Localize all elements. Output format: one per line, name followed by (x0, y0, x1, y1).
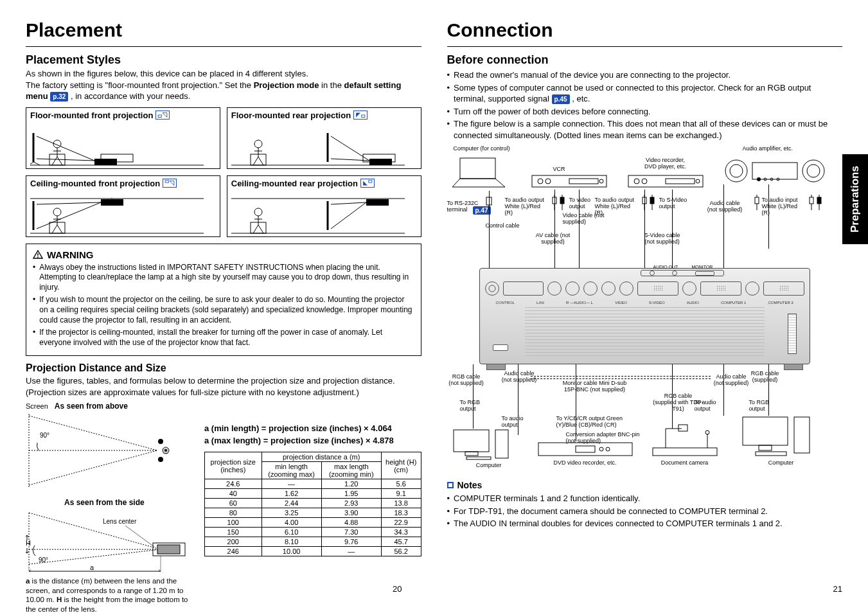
table-cell: 13.8 (381, 499, 421, 508)
warning-item: If the projector is ceiling-mounted, ins… (39, 328, 414, 348)
port-round (682, 281, 696, 296)
label-audio-cable-1: Audio cable (not supplied) (704, 200, 746, 213)
svg-point-89 (606, 447, 610, 451)
svg-point-40 (538, 179, 543, 184)
table-cell: 24.6 (205, 479, 262, 489)
label-rgb-cable-ns: RGB cable (not supplied) (447, 374, 486, 387)
svg-rect-0 (159, 115, 162, 117)
placement-style-grid: Floor-mounted front projection (26, 107, 421, 237)
label: Ceiling-mounted rear projection (231, 179, 358, 188)
t: in the (321, 80, 344, 90)
table-cell: 7.30 (321, 528, 381, 537)
svg-text:a: a (90, 564, 94, 571)
side-tab-label: Preparations (849, 166, 862, 233)
diagram-caption: a is the distance (m) between the lens a… (26, 576, 193, 613)
svg-rect-38 (460, 158, 495, 179)
table-cell: — (321, 547, 381, 556)
table-cell: 246 (205, 547, 262, 556)
label: Floor-mounted rear projection (231, 111, 351, 120)
label-svideo-out: To S-Video output (659, 197, 695, 210)
svg-rect-23 (366, 199, 389, 206)
port-round (583, 281, 598, 296)
svg-rect-96 (756, 452, 786, 456)
label-bottom-doc: Document camera (646, 459, 723, 466)
projection-distance-head: Projection Distance and Size (26, 362, 421, 374)
scene-illustration (30, 198, 204, 234)
table-cell: — (261, 479, 321, 489)
projector-rear-panel: AUDIO OUT MONITOR (479, 268, 811, 364)
svg-rect-94 (759, 445, 772, 450)
page-number-21: 21 (447, 584, 843, 594)
table-cell: 9.76 (321, 537, 381, 547)
table-cell: 1.62 (261, 489, 321, 499)
svg-rect-63 (560, 197, 564, 204)
li: Turn off the power of both devices befor… (454, 106, 650, 118)
label-monitor-port: MONITOR (692, 265, 713, 270)
note-item: COMPUTER terminals 1 and 2 function iden… (454, 493, 640, 504)
amp-icon (723, 155, 826, 190)
page-number-20: 20 (393, 584, 402, 594)
th-height: height (H) (cm) (381, 452, 421, 479)
rca-plug-icon (558, 195, 567, 210)
svg-text:Lens center: Lens center (103, 518, 137, 525)
port-round (619, 281, 633, 296)
label-ycbcr: To Y/CB/CR output Green (Y)/Blue (CB)/Re… (556, 416, 633, 429)
svg-rect-72 (755, 197, 759, 204)
svg-point-25 (37, 256, 39, 258)
svg-text:H: H (26, 539, 31, 547)
screen-label: Screen (26, 402, 48, 410)
svg-rect-12 (165, 181, 168, 182)
svg-rect-6 (362, 115, 365, 117)
dvd-recorder-icon (537, 441, 633, 458)
svg-text:90°: 90° (39, 556, 48, 564)
scene-illustration (231, 130, 405, 166)
label-audio-cable-2: Audio cable (not supplied) (499, 371, 540, 384)
label-rgb-cable-s: RGB cable (supplied) (746, 371, 784, 384)
projection-mode-term: Projection mode (254, 80, 319, 90)
svg-rect-90 (653, 448, 717, 456)
table-cell: 40 (205, 489, 262, 499)
mode-icon (155, 111, 170, 120)
label-control-cable: Control cable (486, 223, 524, 229)
th-max: max length (zooming min) (321, 462, 381, 479)
svg-point-88 (599, 447, 603, 451)
connection-figure: Computer (for control) VCR Video recorde… (447, 146, 843, 474)
placement-title: Placement (26, 19, 421, 41)
table-cell: 5.6 (381, 479, 421, 489)
svg-rect-91 (678, 425, 687, 431)
t: The factory setting is "floor-mounted fr… (26, 80, 254, 90)
rca-plug-icon (752, 195, 761, 210)
th-size: projection size (inches) (205, 452, 262, 479)
label-video-cable: Video cable (not supplied) (563, 213, 627, 226)
port-round (601, 281, 616, 296)
svg-point-41 (545, 179, 551, 184)
warning-item: If you wish to mount the projector on th… (39, 295, 414, 325)
note-item: The AUDIO IN terminal doubles for device… (454, 518, 783, 529)
scene-illustration (30, 130, 204, 166)
li: The figure below is a sample connection.… (454, 118, 842, 141)
li: Some types of computer cannot be used or… (454, 82, 842, 105)
page-right: Connection Before connection Read the ow… (447, 19, 843, 594)
placement-styles-head: Placement Styles (26, 53, 421, 67)
svg-rect-47 (666, 179, 695, 184)
label-bottom-computer: Computer (447, 462, 531, 468)
distance-data-col: a (min length) = projection size (inches… (204, 402, 421, 556)
svg-rect-84 (495, 430, 508, 458)
above-label: As seen from above (55, 402, 128, 411)
vcr-icon (531, 174, 608, 190)
label-computer-control: Computer (for control) (454, 146, 510, 152)
table-cell: 9.1 (381, 489, 421, 499)
label-svideo-cable: S-Video cable (not supplied) (640, 233, 685, 245)
svg-point-30 (158, 457, 163, 462)
style-floor-rear: Floor-mounted rear projection (227, 107, 421, 169)
svg-rect-69 (650, 197, 654, 204)
desktop-icon (447, 429, 531, 461)
side-tab-preparations: Preparations (842, 154, 868, 244)
svg-rect-78 (817, 197, 821, 204)
warning-label: WARNING (47, 249, 94, 260)
port-dsub (763, 281, 804, 296)
warning-icon (33, 250, 43, 259)
mode-icon (353, 111, 368, 120)
svg-point-21 (254, 208, 262, 216)
table-cell: 100 (205, 518, 262, 528)
